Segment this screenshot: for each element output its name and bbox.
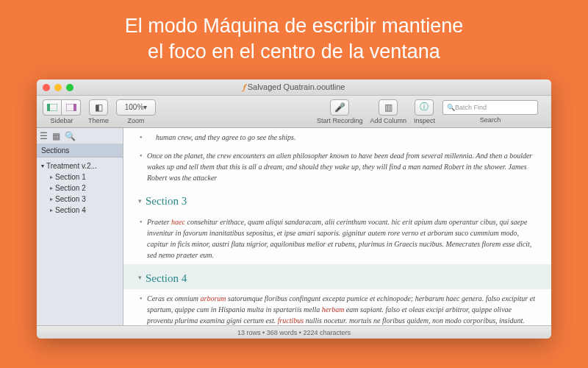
sidebar-item-root[interactable]: Treatment v.2...	[37, 160, 123, 171]
outline-row[interactable]: Ceras ex omnium arborum satorumque flori…	[138, 289, 537, 325]
promo-headline: El modo Máquina de escribir mantiene el …	[0, 0, 588, 75]
window-controls	[43, 84, 74, 91]
outline-row[interactable]: human crew, and they agree to go see the…	[138, 128, 537, 146]
sidebar-toggle-group: Sidebar	[43, 99, 81, 124]
add-column-group: ▥ Add Column	[370, 99, 406, 124]
svg-rect-1	[47, 104, 50, 111]
theme-group: ◧ Theme	[88, 99, 109, 124]
outline-row[interactable]: Praeter haec consehitur erithace, quam a…	[138, 213, 537, 264]
start-recording-button[interactable]: 🎤	[330, 99, 349, 116]
sidebar-header: Sections	[37, 144, 123, 158]
minimize-icon[interactable]	[54, 84, 62, 91]
sidebar-left-button[interactable]	[43, 99, 62, 116]
sidebar-right-button[interactable]	[62, 99, 81, 116]
theme-button[interactable]: ◧	[89, 99, 108, 116]
section-heading-4[interactable]: Section 4	[138, 264, 537, 290]
titlebar[interactable]: 𝑓 Salvaged Quatrain.ooutline	[37, 79, 551, 96]
search-icon[interactable]: 🔍	[65, 131, 76, 141]
add-column-label: Add Column	[370, 117, 406, 124]
sidebar: ☰ ▦ 🔍 Sections Treatment v.2... Section …	[37, 128, 123, 325]
sidebar-tools: ☰ ▦ 🔍	[37, 128, 123, 144]
outline-icon[interactable]: ☰	[40, 131, 48, 141]
add-column-button[interactable]: ▥	[379, 99, 398, 116]
document-content[interactable]: human crew, and they agree to go see the…	[123, 128, 551, 325]
zoom-select[interactable]: 100% ▾	[116, 99, 156, 116]
sidebar-item-section4[interactable]: Section 4	[37, 205, 123, 216]
svg-rect-3	[74, 104, 76, 111]
sidebar-item-section1[interactable]: Section 1	[37, 171, 123, 183]
window-title: 𝑓 Salvaged Quatrain.ooutline	[37, 82, 551, 92]
inspect-button[interactable]: ⓘ	[415, 99, 434, 116]
zoom-group: 100% ▾ Zoom	[116, 99, 156, 124]
search-label: Search	[480, 116, 501, 124]
status-bar: 13 rows • 368 words • 2224 characters	[37, 325, 551, 339]
sidebar-item-section3[interactable]: Section 3	[37, 194, 123, 205]
sidebar-label: Sidebar	[50, 117, 73, 124]
search-input[interactable]: 🔍 Batch Find	[442, 100, 538, 115]
zoom-label: Zoom	[128, 117, 145, 124]
maximize-icon[interactable]	[66, 84, 74, 91]
recording-label: Start Recording	[317, 117, 363, 124]
outline-row[interactable]: Once on the planet, the crew encounters …	[138, 146, 537, 187]
inspect-group: ⓘ Inspect	[414, 99, 435, 124]
theme-label: Theme	[88, 117, 109, 124]
sections-icon[interactable]: ▦	[52, 131, 60, 141]
search-group: 🔍 Batch Find Search	[442, 100, 538, 124]
recording-group: 🎤 Start Recording	[317, 99, 363, 124]
close-icon[interactable]	[43, 84, 50, 91]
section-heading-3[interactable]: Section 3	[138, 187, 537, 213]
toolbar: Sidebar ◧ Theme 100% ▾ Zoom 🎤 Start Reco…	[37, 96, 551, 128]
sidebar-tree: Treatment v.2... Section 1 Section 2 Sec…	[37, 158, 123, 219]
inspect-label: Inspect	[414, 117, 435, 124]
document-icon: 𝑓	[243, 82, 245, 91]
app-window: 𝑓 Salvaged Quatrain.ooutline Sidebar ◧ T…	[37, 79, 551, 339]
sidebar-item-section2[interactable]: Section 2	[37, 183, 123, 194]
